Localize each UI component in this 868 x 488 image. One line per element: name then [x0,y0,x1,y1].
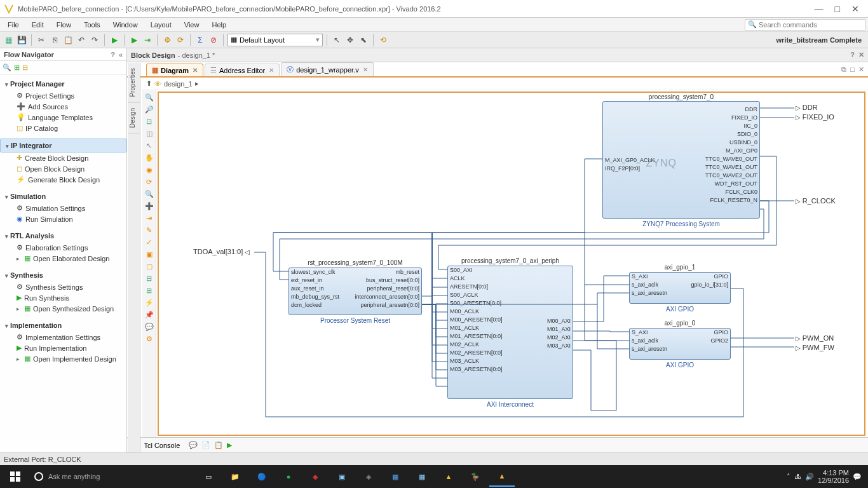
implementation-settings[interactable]: ⚙Implementation Settings [0,332,126,342]
section-simulation[interactable]: Simulation [0,190,126,203]
select-tool-icon[interactable]: ↖ [144,140,155,151]
port-tdoa-val[interactable]: TDOA_val[31:0] ◁ [193,248,250,255]
simulation-settings[interactable]: ⚙Simulation Settings [0,203,126,214]
tcl-console-bar[interactable]: ≡ Tcl Console 💬 📄 📋 ▶ [127,437,868,452]
settings-icon[interactable]: ⚙ [144,333,155,344]
breadcrumb[interactable]: ⬆ 👁 design_1 ▸ [127,78,868,90]
menu-flow[interactable]: Flow [51,20,76,30]
select-icon[interactable]: ⬉ [358,34,369,46]
zoom-in-icon[interactable]: 🔍 [144,92,155,103]
minimize-button[interactable]: — [815,4,824,14]
restore-icon[interactable]: ⧉ [841,65,846,74]
customize-icon[interactable]: ✎ [144,224,155,236]
zoom-tool-icon[interactable]: 🔍 [3,64,11,72]
expand-icon[interactable]: ⊞ [144,285,155,296]
port-fixed-io[interactable]: ▷ FIXED_IO [796,113,834,121]
chevron-right-icon[interactable]: ▸ [195,79,199,88]
section-rtl-analysis[interactable]: RTL Analysis [0,229,126,242]
language-templates[interactable]: 💡Language Templates [0,112,126,123]
sync-icon[interactable]: ⟲ [377,34,389,46]
close-panel-button[interactable]: ✕ [858,51,864,59]
gear-icon[interactable]: ⚙ [161,34,173,46]
collapse-all-icon[interactable]: ⊟ [22,64,28,72]
save-icon[interactable]: 💾 [16,34,27,46]
log-icon[interactable]: 📄 [201,441,210,449]
search-commands[interactable]: 🔍 [745,19,865,30]
section-ip-integrator[interactable]: IP Integrator [0,139,126,152]
layout-select[interactable]: ▦ Default Layout ▾ [227,34,323,46]
close-tab-icon[interactable]: ✕ [269,67,274,74]
tray-notifications-icon[interactable]: 💬 [853,473,862,481]
tab-wrapper[interactable]: Ⓥdesign_1_wrapper.v✕ [281,62,373,76]
maximize-icon[interactable]: □ [850,65,855,74]
app-generic-1[interactable]: ◆ [302,466,328,487]
expand-all-icon[interactable]: ⊞ [14,64,20,72]
help-button[interactable]: ? [111,51,115,58]
comment-icon[interactable]: 💬 [144,321,155,332]
app-chrome[interactable]: 🔵 [249,466,275,487]
block-zynq-ps[interactable]: ZYNQ M_AXI_GP0_ACLK IRQ_F2P[0:0] DDR FIX… [602,101,760,219]
zoom-fit-icon[interactable]: ⊡ [144,116,155,127]
run-synthesis[interactable]: ▶Run Synthesis [0,292,126,303]
undo-icon[interactable]: ↶ [76,34,87,46]
make-external-icon[interactable]: ⇥ [144,212,155,224]
optimize-icon[interactable]: ⚡ [144,297,155,308]
pan-tool-icon[interactable]: ✋ [144,152,155,163]
block-processor-system-reset[interactable]: slowest_sync_clk ext_reset_in aux_reset_… [288,268,422,315]
add-ip-icon[interactable]: ➕ [144,200,155,212]
app-generic-2[interactable]: ▣ [329,466,355,487]
redo-icon[interactable]: ↷ [89,34,100,46]
tray-clock[interactable]: 4:13 PM 12/9/2016 [818,469,849,484]
sigma-icon[interactable]: Σ [194,34,206,46]
validate-icon[interactable]: ✓ [144,236,155,248]
block-axi-gpio-0[interactable]: S_AXI s_axi_aclk s_axi_aresetn GPIO GPIO… [629,328,731,360]
paste-icon[interactable]: 📋 [62,34,74,46]
project-settings[interactable]: ⚙Project Settings [0,90,126,101]
report-icon[interactable]: 📋 [214,441,223,449]
menu-layout[interactable]: Layout [146,20,177,30]
tab-diagram[interactable]: ▦Diagram✕ [146,64,203,76]
synthesis-settings[interactable]: ⚙Synthesis Settings [0,281,126,292]
menu-window[interactable]: Window [108,20,143,30]
tab-address-editor[interactable]: ☰Address Editor✕ [205,64,280,76]
close-button[interactable]: ✕ [851,4,859,14]
pan-icon[interactable]: ✥ [344,34,356,46]
app-explorer[interactable]: 📁 [222,466,248,487]
side-tab-properties[interactable]: Properties [128,63,140,103]
tray-network-icon[interactable]: 🖧 [794,473,801,480]
group-icon[interactable]: ▣ [144,248,155,260]
regenerate-icon[interactable]: ⟳ [144,176,155,187]
cancel-icon[interactable]: ⊘ [208,34,219,46]
elaboration-settings[interactable]: ⚙Elaboration Settings [0,242,126,253]
ungroup-icon[interactable]: ▢ [144,261,155,272]
close-tab-icon[interactable]: ✕ [193,67,198,74]
zoom-out-icon[interactable]: 🔎 [144,104,155,115]
cortana-search[interactable]: Ask me anything [29,472,194,481]
zoom-area-icon[interactable]: ◫ [144,128,155,139]
search-diagram-icon[interactable]: 🔍 [144,188,155,200]
side-tab-design[interactable]: Design [128,103,140,133]
app-generic-4[interactable]: ▦ [383,466,408,487]
app-generic-5[interactable]: ▦ [409,466,435,487]
menu-view[interactable]: View [179,20,205,30]
section-implementation[interactable]: Implementation [0,319,126,332]
run-simulation[interactable]: ◉Run Simulation [0,214,126,224]
tray-volume-icon[interactable]: 🔊 [805,473,814,481]
ip-catalog[interactable]: ◫IP Catalog [0,123,126,133]
close-tab-icon[interactable]: ✕ [363,66,368,73]
maximize-button[interactable]: □ [835,4,840,14]
menu-edit[interactable]: Edit [27,20,49,30]
stepover-icon[interactable]: ⇥ [142,34,153,46]
create-block-design[interactable]: ✚Create Block Design [0,152,126,163]
block-axi-gpio-1[interactable]: S_AXI s_axi_aclk s_axi_aresetn GPIO gpio… [629,272,731,304]
port-r-clock[interactable]: ▷ R_CLOCK [796,197,836,205]
highlight-icon[interactable]: ◉ [144,164,155,175]
generate-block-design[interactable]: ⚡Generate Block Design [0,174,126,185]
block-axi-interconnect[interactable]: S00_AXI ACLK ARESETN[0:0] S00_ACLK S00_A… [447,266,573,399]
close-icon[interactable]: ✕ [858,65,864,74]
refresh-icon[interactable]: ⟳ [175,34,186,46]
menu-help[interactable]: Help [207,20,231,30]
app-duck[interactable]: 🦆 [463,466,488,487]
app-generic-3[interactable]: ◈ [356,466,381,487]
run-icon[interactable]: ▶ [109,34,120,46]
